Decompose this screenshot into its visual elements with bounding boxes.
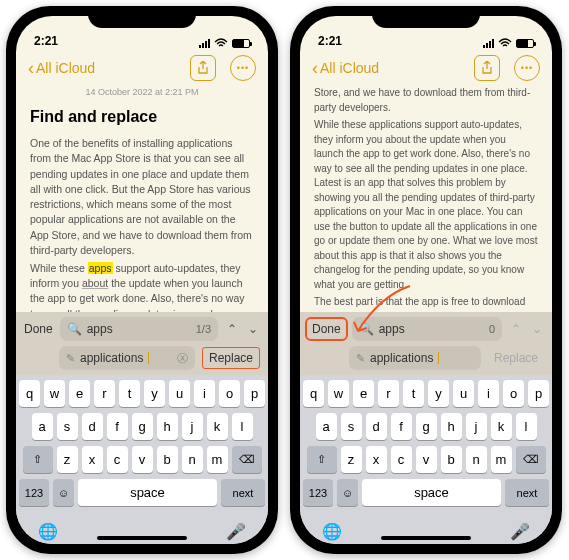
clear-icon[interactable]: ⓧ <box>177 351 188 366</box>
numbers-key[interactable]: 123 <box>303 479 333 506</box>
status-time: 2:21 <box>318 34 342 48</box>
key-r[interactable]: r <box>378 380 399 407</box>
key-y[interactable]: y <box>428 380 449 407</box>
replace-button[interactable]: Replace <box>202 347 260 369</box>
key-a[interactable]: a <box>316 413 337 440</box>
key-l[interactable]: l <box>232 413 253 440</box>
key-row-2: a s d f g h j k l <box>19 413 265 440</box>
key-d[interactable]: d <box>366 413 387 440</box>
key-m[interactable]: m <box>207 446 228 473</box>
emoji-key[interactable]: ☺ <box>337 479 358 506</box>
note-content[interactable]: 14 October 2022 at 2:21 PM Find and repl… <box>16 86 268 312</box>
next-match-button[interactable]: ⌄ <box>246 322 260 336</box>
done-button[interactable]: Done <box>308 320 345 338</box>
key-x[interactable]: x <box>82 446 103 473</box>
key-c[interactable]: c <box>107 446 128 473</box>
mic-icon[interactable]: 🎤 <box>226 522 246 541</box>
more-button[interactable]: ••• <box>514 55 540 81</box>
key-o[interactable]: o <box>219 380 240 407</box>
key-s[interactable]: s <box>341 413 362 440</box>
key-v[interactable]: v <box>416 446 437 473</box>
space-key[interactable]: space <box>78 479 217 506</box>
key-j[interactable]: j <box>182 413 203 440</box>
key-p[interactable]: p <box>244 380 265 407</box>
key-k[interactable]: k <box>491 413 512 440</box>
key-u[interactable]: u <box>453 380 474 407</box>
key-e[interactable]: e <box>69 380 90 407</box>
search-field[interactable]: 🔍 apps 1/3 <box>60 317 218 341</box>
screen-right: 2:21 ‹ All iCloud ••• Store, and we have… <box>300 16 552 544</box>
key-s[interactable]: s <box>57 413 78 440</box>
replace-field[interactable]: ✎ applications <box>349 346 481 370</box>
key-m[interactable]: m <box>491 446 512 473</box>
key-g[interactable]: g <box>132 413 153 440</box>
prev-match-button[interactable]: ⌃ <box>509 322 523 336</box>
key-a[interactable]: a <box>32 413 53 440</box>
more-button[interactable]: ••• <box>230 55 256 81</box>
back-button[interactable]: ‹ All iCloud <box>28 58 95 79</box>
key-b[interactable]: b <box>157 446 178 473</box>
key-q[interactable]: q <box>303 380 324 407</box>
next-key[interactable]: next <box>505 479 549 506</box>
note-content[interactable]: Store, and we have to download them from… <box>300 86 552 312</box>
key-r[interactable]: r <box>94 380 115 407</box>
key-t[interactable]: t <box>119 380 140 407</box>
key-d[interactable]: d <box>82 413 103 440</box>
backspace-key[interactable]: ⌫ <box>516 446 546 473</box>
home-indicator[interactable] <box>381 536 471 540</box>
key-g[interactable]: g <box>416 413 437 440</box>
search-icon: 🔍 <box>359 322 374 336</box>
key-v[interactable]: v <box>132 446 153 473</box>
key-x[interactable]: x <box>366 446 387 473</box>
key-q[interactable]: q <box>19 380 40 407</box>
key-k[interactable]: k <box>207 413 228 440</box>
next-key[interactable]: next <box>221 479 265 506</box>
key-f[interactable]: f <box>391 413 412 440</box>
replace-field[interactable]: ✎ applications ⓧ <box>59 346 195 370</box>
key-w[interactable]: w <box>44 380 65 407</box>
search-field[interactable]: 🔍 apps 0 <box>352 317 502 341</box>
match-counter: 1/3 <box>196 323 211 335</box>
chevron-left-icon: ‹ <box>312 58 318 79</box>
home-indicator[interactable] <box>97 536 187 540</box>
key-c[interactable]: c <box>391 446 412 473</box>
back-button[interactable]: ‹ All iCloud <box>312 58 379 79</box>
status-indicators <box>483 38 534 48</box>
space-key[interactable]: space <box>362 479 501 506</box>
key-n[interactable]: n <box>466 446 487 473</box>
key-h[interactable]: h <box>441 413 462 440</box>
key-w[interactable]: w <box>328 380 349 407</box>
next-match-button[interactable]: ⌄ <box>530 322 544 336</box>
key-j[interactable]: j <box>466 413 487 440</box>
backspace-key[interactable]: ⌫ <box>232 446 262 473</box>
numbers-key[interactable]: 123 <box>19 479 49 506</box>
share-button[interactable] <box>474 55 500 81</box>
key-b[interactable]: b <box>441 446 462 473</box>
key-i[interactable]: i <box>194 380 215 407</box>
key-u[interactable]: u <box>169 380 190 407</box>
key-z[interactable]: z <box>341 446 362 473</box>
share-button[interactable] <box>190 55 216 81</box>
key-y[interactable]: y <box>144 380 165 407</box>
emoji-key[interactable]: ☺ <box>53 479 74 506</box>
key-e[interactable]: e <box>353 380 374 407</box>
shift-key[interactable]: ⇧ <box>23 446 53 473</box>
paragraph: While these apps support auto-updates, t… <box>30 261 254 312</box>
shift-key[interactable]: ⇧ <box>307 446 337 473</box>
note-date: 14 October 2022 at 2:21 PM <box>30 86 254 99</box>
prev-match-button[interactable]: ⌃ <box>225 322 239 336</box>
key-h[interactable]: h <box>157 413 178 440</box>
key-i[interactable]: i <box>478 380 499 407</box>
key-f[interactable]: f <box>107 413 128 440</box>
globe-icon[interactable]: 🌐 <box>322 522 342 541</box>
key-z[interactable]: z <box>57 446 78 473</box>
mic-icon[interactable]: 🎤 <box>510 522 530 541</box>
paragraph: One of the benefits of installing applic… <box>30 136 254 258</box>
key-n[interactable]: n <box>182 446 203 473</box>
key-l[interactable]: l <box>516 413 537 440</box>
key-t[interactable]: t <box>403 380 424 407</box>
done-button[interactable]: Done <box>24 320 53 338</box>
key-p[interactable]: p <box>528 380 549 407</box>
key-o[interactable]: o <box>503 380 524 407</box>
globe-icon[interactable]: 🌐 <box>38 522 58 541</box>
